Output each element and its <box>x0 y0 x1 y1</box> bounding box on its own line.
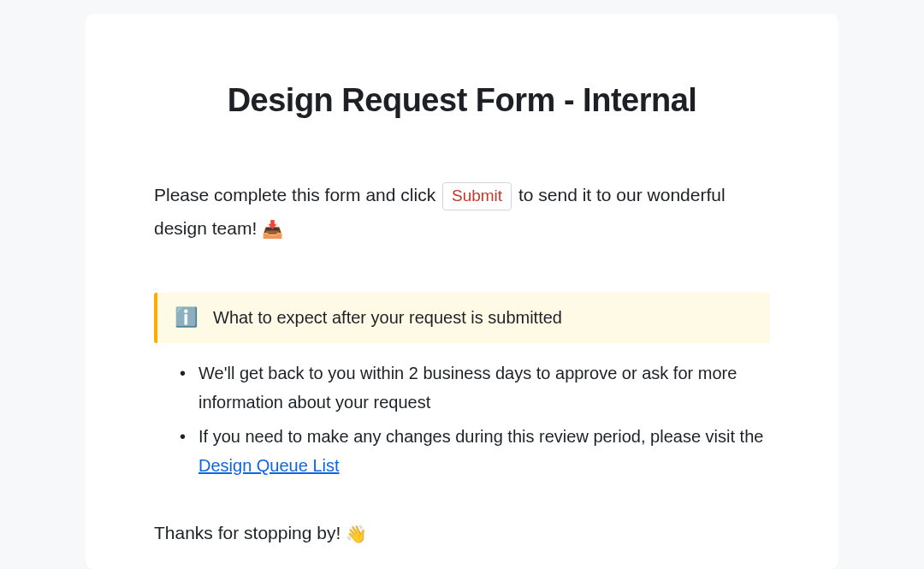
info-icon: ℹ️ <box>175 308 198 327</box>
list-item-text: We'll get back to you within 2 business … <box>198 364 737 412</box>
expectations-list: We'll get back to you within 2 business … <box>154 359 770 480</box>
page-title: Design Request Form - Internal <box>154 82 770 119</box>
submit-button[interactable]: Submit <box>442 182 512 210</box>
info-panel-title: What to expect after your request is sub… <box>213 308 562 328</box>
list-item-text: If you need to make any changes during t… <box>198 427 763 446</box>
list-item: We'll get back to you within 2 business … <box>180 359 770 417</box>
form-card: Design Request Form - Internal Please co… <box>86 14 838 569</box>
info-panel: ℹ️ What to expect after your request is … <box>154 293 770 343</box>
intro-text-1: Please complete this form and click <box>154 185 441 204</box>
inbox-icon: 📥 <box>262 220 283 239</box>
list-item: If you need to make any changes during t… <box>180 422 770 480</box>
info-panel-header: ℹ️ What to expect after your request is … <box>175 308 753 328</box>
wave-icon: 👋 <box>346 525 367 543</box>
intro-paragraph: Please complete this form and click Subm… <box>154 179 770 246</box>
design-queue-link[interactable]: Design Queue List <box>198 456 340 475</box>
thanks-text: Thanks for stopping by! 👋 <box>154 523 770 544</box>
thanks-message: Thanks for stopping by! <box>154 523 346 542</box>
